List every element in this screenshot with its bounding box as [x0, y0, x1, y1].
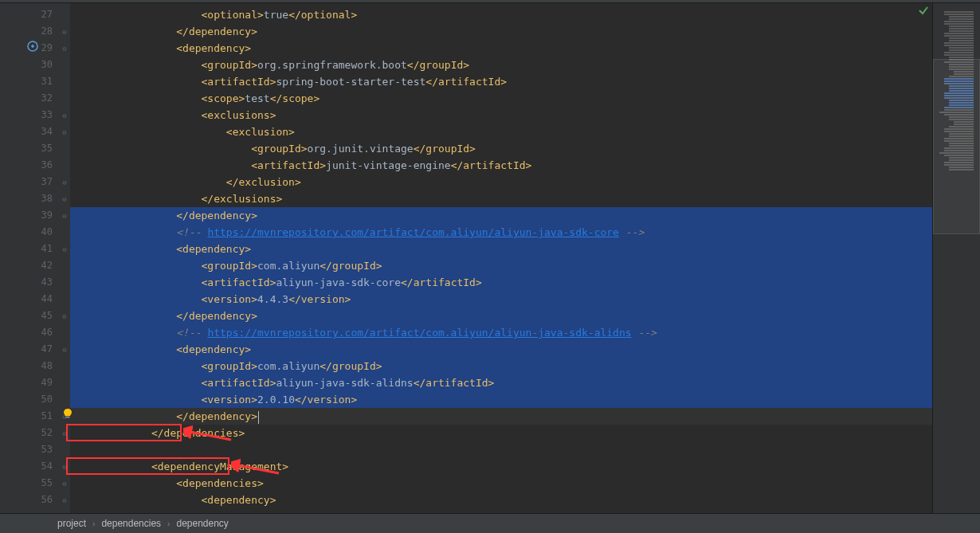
- code-line[interactable]: </exclusion>: [70, 174, 932, 190]
- code-line[interactable]: [70, 441, 932, 458]
- intention-bulb-icon[interactable]: [62, 408, 73, 419]
- fold-toggle-icon[interactable]: [59, 441, 70, 458]
- fold-toggle-icon[interactable]: ⊖: [59, 40, 70, 57]
- fold-toggle-icon[interactable]: ⊖: [59, 475, 70, 492]
- fold-toggle-icon[interactable]: ⊖: [59, 308, 70, 324]
- code-line[interactable]: </dependency>: [70, 207, 932, 224]
- code-line[interactable]: <artifactId>aliyun-java-sdk-core</artifa…: [70, 274, 932, 291]
- code-line[interactable]: <exclusions>: [70, 107, 932, 123]
- line-number[interactable]: 37: [19, 174, 59, 190]
- fold-toggle-icon[interactable]: ⊖: [59, 241, 70, 257]
- fold-toggle-icon[interactable]: ⊖: [59, 458, 70, 475]
- fold-toggle-icon[interactable]: [59, 6, 70, 23]
- inspection-status-icon[interactable]: [918, 5, 929, 18]
- fold-column[interactable]: ⊖⊖⊖⊖⊖⊖⊖⊖⊖⊖⊖⊖⊖⊖⊖: [59, 3, 70, 513]
- code-editor[interactable]: <optional>true</optional> </dependency> …: [70, 3, 932, 513]
- minimap-viewport[interactable]: [933, 59, 980, 234]
- line-number[interactable]: 47: [19, 341, 59, 358]
- code-line[interactable]: <dependencyManagement>: [70, 458, 932, 475]
- line-number[interactable]: 54: [19, 458, 59, 475]
- line-number[interactable]: 55: [19, 475, 59, 492]
- code-line[interactable]: <artifactId>aliyun-java-sdk-alidns</arti…: [70, 374, 932, 391]
- fold-toggle-icon[interactable]: ⊖: [59, 341, 70, 358]
- fold-toggle-icon[interactable]: [59, 257, 70, 274]
- line-number[interactable]: 36: [19, 157, 59, 174]
- fold-toggle-icon[interactable]: [59, 57, 70, 73]
- line-number[interactable]: 27: [19, 6, 59, 23]
- fold-toggle-icon[interactable]: [59, 90, 70, 107]
- line-number[interactable]: 41: [19, 241, 59, 257]
- line-number[interactable]: 45: [19, 308, 59, 324]
- line-number[interactable]: 32: [19, 90, 59, 107]
- code-line[interactable]: <dependencies>: [70, 475, 932, 492]
- line-number[interactable]: 28: [19, 23, 59, 40]
- code-line[interactable]: <!-- https://mvnrepository.com/artifact/…: [70, 224, 932, 241]
- code-line[interactable]: <artifactId>junit-vintage-engine</artifa…: [70, 157, 932, 174]
- fold-toggle-icon[interactable]: ⊖: [59, 207, 70, 224]
- line-number[interactable]: 46: [19, 324, 59, 341]
- line-number[interactable]: 33: [19, 107, 59, 123]
- line-number[interactable]: 42: [19, 257, 59, 274]
- code-line[interactable]: <groupId>org.junit.vintage</groupId>: [70, 140, 932, 157]
- line-number[interactable]: 52: [19, 425, 59, 441]
- code-line[interactable]: <dependency>: [70, 492, 932, 508]
- line-number[interactable]: 50: [19, 391, 59, 408]
- code-line[interactable]: <dependency>: [70, 40, 932, 57]
- fold-toggle-icon[interactable]: [59, 374, 70, 391]
- line-number[interactable]: 30: [19, 57, 59, 73]
- fold-toggle-icon[interactable]: [59, 157, 70, 174]
- fold-toggle-icon[interactable]: ⊖: [59, 123, 70, 140]
- code-line[interactable]: </dependency>: [70, 308, 932, 324]
- line-number[interactable]: 49: [19, 374, 59, 391]
- breadcrumb-item[interactable]: dependencies: [101, 518, 161, 529]
- line-number[interactable]: 48: [19, 358, 59, 374]
- code-line[interactable]: <version>2.0.10</version>: [70, 391, 932, 408]
- line-number[interactable]: 38: [19, 190, 59, 207]
- code-line[interactable]: <exclusion>: [70, 123, 932, 140]
- code-line[interactable]: <groupId>com.aliyun</groupId>: [70, 358, 932, 374]
- line-number[interactable]: 35: [19, 140, 59, 157]
- gutter-marker-icon[interactable]: [27, 41, 38, 54]
- breadcrumb-item[interactable]: project: [57, 518, 86, 529]
- fold-toggle-icon[interactable]: ⊖: [59, 23, 70, 40]
- fold-toggle-icon[interactable]: ⊖: [59, 425, 70, 441]
- fold-toggle-icon[interactable]: ⊖: [59, 492, 70, 508]
- code-line[interactable]: <dependency>: [70, 341, 932, 358]
- code-line[interactable]: <artifactId>spring-boot-starter-test</ar…: [70, 73, 932, 90]
- code-line[interactable]: <!-- https://mvnrepository.com/artifact/…: [70, 324, 932, 341]
- fold-toggle-icon[interactable]: [59, 391, 70, 408]
- fold-toggle-icon[interactable]: [59, 358, 70, 374]
- code-line[interactable]: <groupId>com.aliyun</groupId>: [70, 257, 932, 274]
- fold-toggle-icon[interactable]: [59, 324, 70, 341]
- breadcrumb-item[interactable]: dependency: [176, 518, 228, 529]
- line-number[interactable]: 56: [19, 492, 59, 508]
- code-line[interactable]: <groupId>org.springframework.boot</group…: [70, 57, 932, 73]
- fold-toggle-icon[interactable]: [59, 140, 70, 157]
- fold-toggle-icon[interactable]: ⊖: [59, 190, 70, 207]
- line-number[interactable]: 43: [19, 274, 59, 291]
- code-line[interactable]: <optional>true</optional>: [70, 6, 932, 23]
- code-line[interactable]: <version>4.4.3</version>: [70, 291, 932, 308]
- line-number[interactable]: 51: [19, 408, 59, 425]
- code-line[interactable]: </exclusions>: [70, 190, 932, 207]
- fold-toggle-icon[interactable]: ⊖: [59, 174, 70, 190]
- line-number[interactable]: 44: [19, 291, 59, 308]
- line-number-gutter[interactable]: 2728293031323334353637383940414243444546…: [19, 3, 59, 513]
- fold-toggle-icon[interactable]: [59, 224, 70, 241]
- line-number[interactable]: 53: [19, 441, 59, 458]
- line-number[interactable]: 31: [19, 73, 59, 90]
- line-number[interactable]: 40: [19, 224, 59, 241]
- code-line[interactable]: <scope>test</scope>: [70, 90, 932, 107]
- code-line[interactable]: <dependency>: [70, 241, 932, 257]
- fold-toggle-icon[interactable]: [59, 291, 70, 308]
- code-line[interactable]: </dependency>: [70, 23, 932, 40]
- breadcrumb-bar[interactable]: project › dependencies › dependency: [0, 513, 980, 533]
- fold-toggle-icon[interactable]: [59, 73, 70, 90]
- fold-toggle-icon[interactable]: ⊖: [59, 107, 70, 123]
- line-number[interactable]: 29: [19, 40, 59, 57]
- line-number[interactable]: 39: [19, 207, 59, 224]
- fold-toggle-icon[interactable]: [59, 274, 70, 291]
- minimap[interactable]: [932, 3, 980, 513]
- code-line[interactable]: </dependencies>: [70, 425, 932, 441]
- code-line[interactable]: </dependency>: [70, 408, 932, 425]
